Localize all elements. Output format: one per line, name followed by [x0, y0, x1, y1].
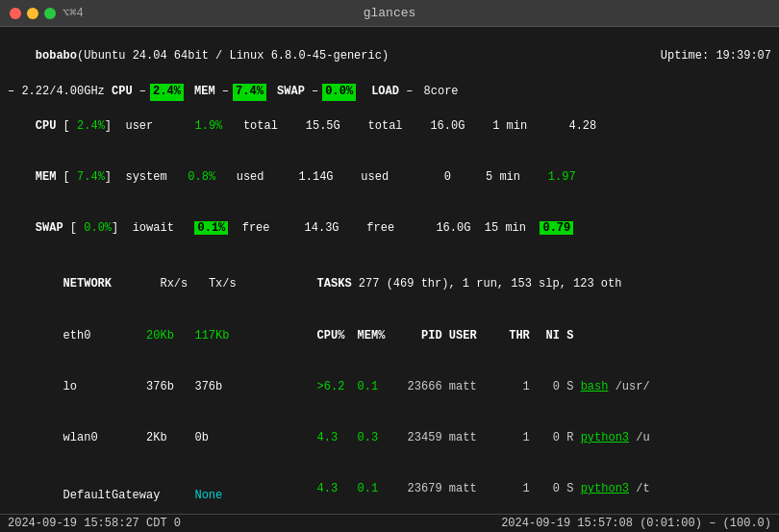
uptime: Uptime: 19:39:07: [661, 48, 771, 64]
mem-pct-badge: 7.4%: [233, 84, 266, 100]
load-cores: 8core: [424, 84, 459, 100]
cpu-bar-line: – 2.22/4.00GHz CPU – 2.4% MEM – 7.4% SWA…: [8, 84, 771, 100]
swap-pct-badge: 0.0%: [322, 84, 356, 100]
close-button[interactable]: [10, 8, 21, 19]
net-wlan0: wlan0 2Kb 0b: [8, 414, 258, 464]
net-lo: lo 376b 376b: [8, 362, 258, 412]
cpu-bar-label: – 2.22/4.00GHz CPU –: [8, 84, 146, 100]
status-right: 2024-09-19 15:57:08 (0:01:00) – (100.0): [501, 517, 771, 530]
proc-2: 4.30.323459 matt1 0 R python3 /u: [262, 414, 771, 464]
minimize-button[interactable]: [27, 8, 38, 19]
net-eth0: eth0 20Kb 117Kb: [8, 311, 258, 361]
title-bar: ⌥⌘4 glances: [0, 0, 779, 27]
tasks-line: TASKS 277 (469 thr), 1 run, 153 slp, 123…: [262, 260, 771, 310]
status-bar: 2024-09-19 15:58:27 CDT 0 2024-09-19 15:…: [0, 514, 779, 532]
swap-bar-label: SWAP –: [270, 84, 318, 100]
network-header: NETWORK Rx/s Tx/s: [8, 260, 258, 310]
hostname: bobabo: [36, 49, 77, 63]
window-controls: [10, 8, 56, 19]
swap-stats-row: SWAP [ 0.0%] iowait 0.1% free 14.3G free…: [8, 204, 771, 254]
main-grid: NETWORK Rx/s Tx/s eth0 20Kb 117Kb lo 376…: [8, 259, 771, 532]
maximize-button[interactable]: [44, 8, 56, 19]
mem-bar-label: MEM –: [188, 84, 229, 100]
right-column: TASKS 277 (469 thr), 1 run, 153 slp, 123…: [258, 259, 771, 532]
cpu-pct-badge: 2.4%: [150, 84, 184, 100]
shortcut-label: ⌥⌘4: [63, 6, 84, 20]
proc-3: 4.30.123679 matt1 0 S python3 /t: [262, 465, 771, 515]
uptime-value: 19:39:07: [716, 49, 771, 63]
uptime-label: Uptime:: [661, 49, 709, 63]
process-header: CPU%MEM%PID USERTHR NI S: [262, 311, 771, 361]
status-left: 2024-09-19 15:58:27 CDT 0: [8, 517, 181, 530]
load-label: LOAD –: [371, 84, 419, 100]
window-title: glances: [364, 6, 416, 20]
cpu-stats-row: CPU [ 2.4%] user 1.9% total 15.5G total …: [8, 102, 771, 152]
proc-1: >6.20.123666 matt1 0 S bash /usr/: [262, 362, 771, 412]
mem-stats-row: MEM [ 7.4%] system 0.8% used 1.14G used …: [8, 153, 771, 203]
os-info: (Ubuntu 24.04 64bit / Linux 6.8.0-45-gen…: [77, 49, 389, 63]
left-column: NETWORK Rx/s Tx/s eth0 20Kb 117Kb lo 376…: [8, 259, 258, 532]
host-line: bobabo(Ubuntu 24.04 64bit / Linux 6.8.0-…: [8, 32, 771, 82]
main-content: bobabo(Ubuntu 24.04 64bit / Linux 6.8.0-…: [0, 27, 779, 532]
